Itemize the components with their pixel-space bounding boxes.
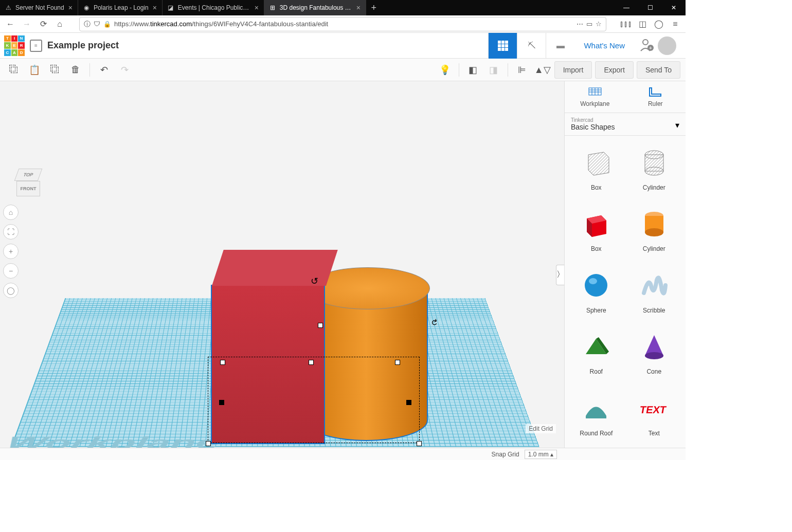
account-icon[interactable]: ◯: [652, 17, 666, 31]
shape-thumb-icon: [636, 328, 673, 365]
shape-thumb-icon: [578, 328, 615, 365]
close-icon[interactable]: ×: [254, 4, 260, 12]
shape-thumb-icon: [578, 267, 615, 304]
more-icon[interactable]: ⋯: [577, 20, 583, 28]
browser-tab-3[interactable]: ⊞ 3D design Fantabulous Stantia ×: [264, 0, 366, 15]
shape-item-scribble[interactable]: Scribble: [628, 264, 681, 320]
svg-point-26: [645, 352, 663, 359]
copy-button[interactable]: ⿻: [5, 61, 23, 79]
svg-rect-5: [505, 44, 508, 47]
shape-thumb-icon: TEXT: [636, 390, 673, 427]
sidebar-icon[interactable]: ◫: [635, 17, 650, 31]
redo-button[interactable]: ↷: [116, 61, 133, 79]
tinkercad-logo[interactable]: TIN KER CAD: [4, 35, 25, 56]
home-button[interactable]: ⌂: [52, 17, 67, 31]
new-tab-button[interactable]: +: [366, 0, 382, 15]
url-bar[interactable]: ⓘ 🛡 🔒 https://www.tinkercad.com/things/6…: [79, 17, 606, 31]
shape-item-cylinder[interactable]: Cylinder: [628, 141, 681, 197]
user-avatar[interactable]: [658, 36, 676, 55]
browser-toolbar: ← → ⟳ ⌂ ⓘ 🛡 🔒 https://www.tinkercad.com/…: [0, 15, 686, 33]
browser-tab-2[interactable]: ◪ Events | Chicago Public Library ×: [163, 0, 264, 15]
edit-grid-button[interactable]: Edit Grid: [526, 424, 556, 433]
back-button[interactable]: ←: [3, 17, 17, 31]
ruler-tool[interactable]: Ruler: [625, 81, 686, 113]
snap-grid-label: Snap Grid: [492, 451, 519, 458]
close-icon[interactable]: ×: [67, 4, 74, 12]
shape-item-text[interactable]: TEXTText: [628, 387, 681, 443]
close-window-button[interactable]: ✕: [662, 0, 686, 15]
shape-category-dropdown[interactable]: Tinkercad Basic Shapes ▾: [565, 113, 686, 136]
mirror-button[interactable]: ▲▽: [534, 61, 551, 79]
selection-outline: [208, 357, 420, 443]
export-button[interactable]: Export: [595, 61, 633, 79]
browser-tab-1[interactable]: ◉ Polaris Leap - Login ×: [78, 0, 163, 15]
sidebar-expand-handle[interactable]: 〉: [556, 265, 564, 285]
pickaxe-icon[interactable]: ⛏: [517, 33, 546, 59]
svg-rect-7: [501, 48, 505, 51]
align-button[interactable]: ⊫: [513, 61, 531, 79]
shape-item-cylinder[interactable]: Cylinder: [628, 202, 681, 258]
grid-view-button[interactable]: [488, 33, 517, 59]
forward-button[interactable]: →: [20, 17, 34, 31]
add-user-icon[interactable]: +: [639, 38, 654, 54]
viewcube-top[interactable]: TOP: [14, 169, 43, 181]
fit-view-button[interactable]: ⛶: [3, 224, 19, 240]
undo-button[interactable]: ↶: [95, 61, 113, 79]
resize-handle[interactable]: [417, 441, 422, 446]
svg-rect-3: [498, 44, 501, 47]
resize-handle[interactable]: [206, 441, 211, 446]
reload-button[interactable]: ⟳: [36, 17, 50, 31]
viewcube-front[interactable]: FRONT: [16, 181, 40, 196]
shape-thumb-icon: [578, 144, 615, 181]
svg-rect-4: [501, 44, 505, 47]
shape-item-round-roof[interactable]: Round Roof: [570, 387, 623, 443]
import-button[interactable]: Import: [554, 61, 592, 79]
project-icon[interactable]: ≡: [30, 40, 42, 52]
chevron-down-icon: ▾: [675, 120, 679, 130]
shape-label: Cone: [646, 368, 661, 375]
shape-item-cone[interactable]: Cone: [628, 325, 681, 381]
shape-item-roof[interactable]: Roof: [570, 325, 623, 381]
category-name: Basic Shapes: [571, 123, 679, 131]
zoom-out-button[interactable]: −: [3, 263, 19, 279]
svg-point-25: [589, 278, 597, 284]
resize-handle[interactable]: [220, 360, 225, 365]
resize-handle[interactable]: [309, 360, 314, 365]
reader-icon[interactable]: ▭: [586, 20, 592, 28]
url-text: https://www.tinkercad.com/things/6WIFehy…: [114, 20, 328, 28]
browser-tab-0[interactable]: ⚠ Server Not Found ×: [0, 0, 78, 15]
send-to-button[interactable]: Send To: [637, 61, 680, 79]
whats-new-link[interactable]: What's New: [574, 41, 634, 50]
rotate-handle-icon[interactable]: ↺: [311, 276, 318, 287]
zoom-in-button[interactable]: +: [3, 244, 19, 259]
resize-handle[interactable]: [219, 400, 224, 405]
minimize-button[interactable]: —: [615, 0, 638, 15]
brick-icon[interactable]: ▬: [546, 33, 574, 59]
svg-point-24: [585, 274, 607, 297]
ortho-button[interactable]: ◯: [3, 283, 19, 298]
home-view-button[interactable]: ⌂: [3, 205, 19, 220]
workplane-tool[interactable]: Workplane: [565, 81, 625, 113]
project-title[interactable]: Example project: [47, 40, 119, 51]
shape-item-box[interactable]: Box: [570, 141, 623, 197]
shape-item-sphere[interactable]: Sphere: [570, 264, 623, 320]
library-icon[interactable]: ⫿⫿⫿: [619, 17, 633, 31]
bookmark-icon[interactable]: ☆: [596, 20, 602, 28]
svg-rect-1: [501, 41, 505, 44]
duplicate-button[interactable]: ⿻: [46, 61, 64, 79]
delete-button[interactable]: 🗑: [67, 61, 84, 79]
group-button[interactable]: ◧: [464, 61, 482, 79]
resize-handle[interactable]: [406, 400, 411, 405]
resize-handle[interactable]: [395, 360, 400, 365]
snap-grid-select[interactable]: 1.0 mm ▴: [525, 450, 557, 459]
menu-icon[interactable]: ≡: [668, 17, 682, 31]
shape-item-box[interactable]: Box: [570, 202, 623, 258]
bulb-icon[interactable]: 💡: [436, 61, 454, 79]
close-icon[interactable]: ×: [355, 4, 362, 12]
view-cube[interactable]: TOP FRONT: [14, 169, 42, 196]
paste-button[interactable]: 📋: [26, 61, 43, 79]
maximize-button[interactable]: ☐: [638, 0, 662, 15]
ungroup-button[interactable]: ◨: [485, 61, 502, 79]
resize-handle[interactable]: [318, 323, 323, 328]
close-icon[interactable]: ×: [152, 4, 158, 12]
